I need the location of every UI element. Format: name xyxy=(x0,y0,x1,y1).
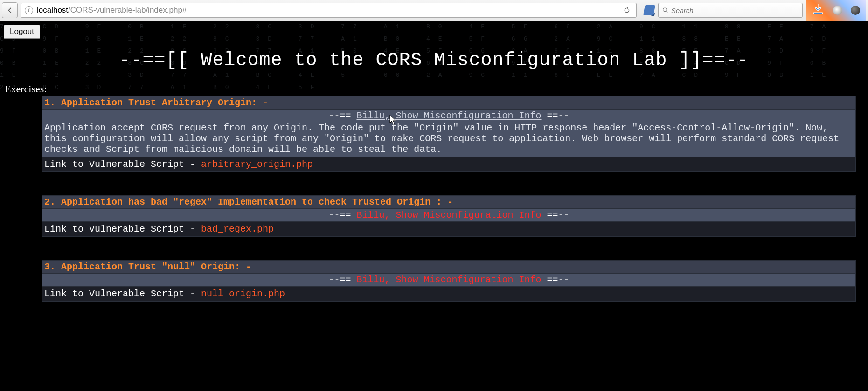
toggle-prefix: --== xyxy=(328,274,356,285)
exercise-list: 1. Application Trust Arbitrary Origin: -… xyxy=(4,96,864,302)
toggle-link[interactable]: Billu, Show Misconfiguration Info xyxy=(356,210,541,220)
toggle-link[interactable]: Billu, Show Misconfiguration Info xyxy=(356,110,541,121)
vulnerable-script-link[interactable]: null_origin.php xyxy=(201,288,285,299)
logout-button[interactable]: Logout xyxy=(4,25,40,39)
page-content: Logout --==[[ Welcome to the CORS Miscon… xyxy=(0,21,868,302)
exercise-description: Application accept CORS request from any… xyxy=(42,122,855,157)
exercise-toggle[interactable]: --== Billu, Show Misconfiguration Info =… xyxy=(42,208,855,221)
back-button[interactable] xyxy=(2,2,18,18)
exercise-header: 1. Application Trust Arbitrary Origin: - xyxy=(42,96,855,109)
info-icon[interactable]: i xyxy=(25,6,33,14)
persona-area xyxy=(806,0,866,21)
exercise-header: 3. Application Trust "null" Origin: - xyxy=(42,261,855,273)
link-prefix: Link to Vulnerable Script - xyxy=(44,288,201,299)
exercise-linkline: Link to Vulnerable Script - arbitrary_or… xyxy=(42,157,855,171)
exercise-header: 2. Application has bad "regex" Implement… xyxy=(42,196,855,208)
toggle-suffix: ==-- xyxy=(542,110,569,121)
url-bar[interactable]: i localhost/CORS-vulnerable-lab/index.ph… xyxy=(21,3,637,18)
vulnerable-script-link[interactable]: bad_regex.php xyxy=(201,224,274,234)
reload-button[interactable] xyxy=(621,5,632,16)
url-host: localhost xyxy=(37,6,68,14)
bookmark-tile-icon[interactable] xyxy=(643,5,655,15)
pointer-cursor-icon xyxy=(389,115,397,125)
toggle-link[interactable]: Billu, Show Misconfiguration Info xyxy=(356,274,541,285)
exercises-label: Exercises: xyxy=(4,83,864,95)
url-text: localhost/CORS-vulnerable-lab/index.php# xyxy=(37,6,187,15)
arrow-left-icon xyxy=(6,6,14,14)
exercise-linkline: Link to Vulnerable Script - bad_regex.ph… xyxy=(42,221,855,236)
toggle-suffix: ==-- xyxy=(542,274,569,285)
search-input[interactable] xyxy=(671,7,799,14)
search-icon xyxy=(662,7,668,14)
link-prefix: Link to Vulnerable Script - xyxy=(44,224,201,234)
vulnerable-script-link[interactable]: arbitrary_origin.php xyxy=(201,159,313,170)
exercise-linkline: Link to Vulnerable Script - null_origin.… xyxy=(42,286,855,301)
download-icon[interactable] xyxy=(812,3,825,18)
reload-icon xyxy=(623,7,631,14)
url-path: /CORS-vulnerable-lab/index.php# xyxy=(68,6,187,14)
exercise-toggle[interactable]: --== Billu, Show Misconfiguration Info =… xyxy=(42,109,855,122)
page-title: --==[[ Welcome to the CORS Misconfigurat… xyxy=(4,50,864,71)
toggle-prefix: --== xyxy=(328,210,356,220)
orb-icon[interactable] xyxy=(851,6,860,15)
addon-icon[interactable] xyxy=(833,6,842,15)
link-prefix: Link to Vulnerable Script - xyxy=(44,159,201,170)
exercise-block: 1. Application Trust Arbitrary Origin: -… xyxy=(42,96,856,172)
toggle-prefix: --== xyxy=(328,110,356,121)
exercise-block: 3. Application Trust "null" Origin: ---=… xyxy=(42,260,856,302)
toggle-suffix: ==-- xyxy=(542,210,569,220)
search-box[interactable] xyxy=(658,3,803,18)
exercise-block: 2. Application has bad "regex" Implement… xyxy=(42,195,856,237)
exercise-toggle[interactable]: --== Billu, Show Misconfiguration Info =… xyxy=(42,273,855,286)
browser-toolbar: i localhost/CORS-vulnerable-lab/index.ph… xyxy=(0,0,868,21)
